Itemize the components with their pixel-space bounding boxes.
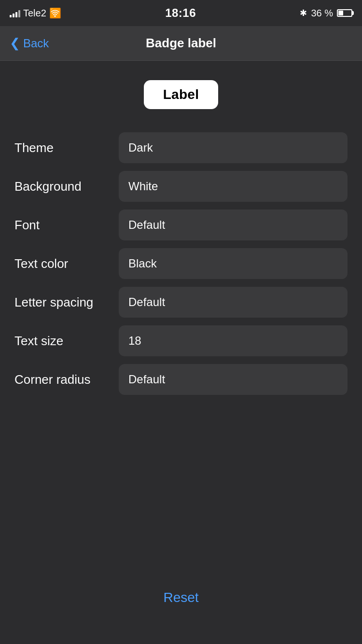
time-label: 18:16	[165, 6, 196, 20]
battery-percent: 36 %	[311, 8, 333, 19]
setting-row: Text size18	[14, 322, 348, 360]
back-label: Back	[23, 37, 49, 50]
signal-bar-1	[10, 15, 12, 17]
battery-fill	[338, 11, 343, 15]
signal-bar-3	[15, 12, 17, 17]
signal-bar-2	[13, 14, 14, 17]
setting-value-font[interactable]: Default	[119, 210, 348, 240]
setting-label-font: Font	[14, 218, 111, 233]
status-right: ✱ 36 %	[300, 8, 352, 19]
setting-label-corner-radius: Corner radius	[14, 372, 111, 387]
preview-area: Label	[0, 61, 362, 124]
setting-row: Text colorBlack	[14, 244, 348, 283]
setting-value-text-color[interactable]: Black	[119, 248, 348, 279]
status-left: Tele2 🛜	[10, 7, 61, 19]
setting-label-text-size: Text size	[14, 334, 111, 349]
status-bar: Tele2 🛜 18:16 ✱ 36 %	[0, 0, 362, 26]
setting-label-background: Background	[14, 179, 111, 194]
setting-row: Corner radiusDefault	[14, 360, 348, 399]
setting-row: BackgroundWhite	[14, 167, 348, 206]
setting-value-background[interactable]: White	[119, 171, 348, 202]
reset-container: Reset	[0, 590, 362, 605]
settings-container: ThemeDarkBackgroundWhiteFontDefaultText …	[0, 124, 362, 399]
bluetooth-icon: ✱	[300, 8, 307, 18]
setting-value-text-size[interactable]: 18	[119, 325, 348, 356]
nav-bar: ❮ Back Badge label	[0, 26, 362, 61]
setting-label-letter-spacing: Letter spacing	[14, 295, 111, 310]
signal-bars-icon	[10, 9, 20, 17]
setting-row: FontDefault	[14, 206, 348, 244]
back-chevron-icon: ❮	[10, 36, 20, 51]
setting-row: ThemeDark	[14, 128, 348, 167]
setting-label-theme: Theme	[14, 140, 111, 155]
wifi-icon: 🛜	[49, 7, 61, 19]
reset-button[interactable]: Reset	[163, 590, 198, 605]
back-button[interactable]: ❮ Back	[10, 36, 49, 51]
carrier-label: Tele2	[23, 8, 46, 19]
setting-value-letter-spacing[interactable]: Default	[119, 287, 348, 318]
badge-label-preview: Label	[144, 80, 219, 109]
setting-value-corner-radius[interactable]: Default	[119, 364, 348, 395]
setting-value-theme[interactable]: Dark	[119, 132, 348, 163]
nav-title: Badge label	[146, 36, 216, 51]
setting-label-text-color: Text color	[14, 256, 111, 271]
setting-row: Letter spacingDefault	[14, 283, 348, 322]
signal-bar-4	[18, 10, 20, 17]
battery-icon	[337, 9, 352, 17]
